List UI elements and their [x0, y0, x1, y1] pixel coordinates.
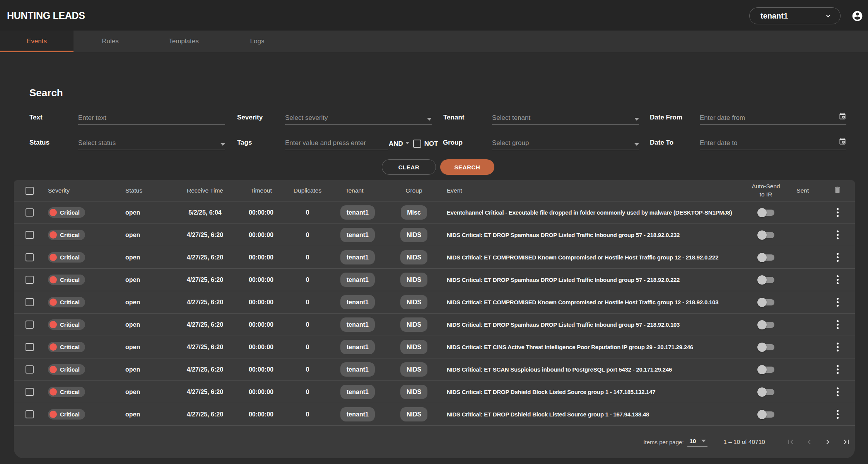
tenant-badge: tenant1 [340, 250, 375, 264]
date-from-label: Date From [650, 110, 682, 125]
dropdown-arrow-icon [220, 143, 225, 146]
first-page-button[interactable] [786, 437, 795, 447]
col-header-timeout: Timeout [236, 187, 286, 194]
row-menu-kebab-icon[interactable] [835, 363, 840, 375]
auto-send-to-ir-toggle[interactable] [757, 208, 774, 218]
select-all-checkbox[interactable] [26, 187, 34, 195]
row-menu-kebab-icon[interactable] [835, 408, 840, 420]
tab-templates[interactable]: Templates [147, 31, 220, 52]
duplicates-value: 0 [306, 254, 309, 261]
auto-send-to-ir-toggle[interactable] [757, 365, 774, 375]
date-to-input[interactable] [700, 139, 839, 147]
row-menu-kebab-icon[interactable] [835, 274, 840, 286]
tenant-selector[interactable]: tenant1 [749, 7, 841, 24]
items-per-page-select[interactable]: 10 [687, 438, 708, 447]
auto-send-to-ir-toggle[interactable] [757, 409, 774, 420]
tags-operator-select[interactable]: AND [389, 140, 409, 148]
calendar-clock-icon[interactable] [839, 113, 846, 122]
critical-dot-icon [50, 254, 57, 261]
critical-dot-icon [50, 388, 57, 396]
receive-time-value: 4/27/25, 6:20 [187, 344, 223, 351]
status-select-placeholder: Select status [78, 139, 116, 147]
row-checkbox[interactable] [26, 321, 34, 329]
previous-page-button[interactable] [805, 437, 814, 447]
tenant-badge: tenant1 [340, 340, 375, 354]
row-menu-kebab-icon[interactable] [835, 296, 840, 308]
auto-send-to-ir-toggle[interactable] [757, 230, 774, 240]
tenant-badge: tenant1 [340, 228, 375, 242]
severity-badge: Critical [48, 409, 85, 420]
event-text: NIDS Critical: ET DROP Spamhaus DROP Lis… [447, 321, 680, 328]
tenant-select-placeholder: Select tenant [492, 114, 530, 122]
row-checkbox[interactable] [26, 276, 34, 284]
row-menu-kebab-icon[interactable] [835, 386, 840, 398]
severity-label: Severity [237, 110, 263, 125]
tags-not-checkbox[interactable] [413, 140, 421, 148]
dropdown-arrow-icon [405, 142, 409, 144]
row-checkbox[interactable] [26, 298, 34, 306]
receive-time-value: 5/2/25, 6:04 [188, 209, 221, 216]
event-text: NIDS Critical: ET DROP Dshield Block Lis… [447, 389, 655, 395]
tab-rules[interactable]: Rules [73, 31, 147, 52]
text-label: Text [29, 110, 43, 125]
date-from-input[interactable] [700, 114, 839, 122]
row-menu-kebab-icon[interactable] [835, 229, 840, 241]
table-row: Critical open 5/2/25, 6:04 00:00:00 0 te… [14, 201, 855, 224]
event-text: NIDS Critical: ET COMPROMISED Known Comp… [447, 299, 718, 305]
severity-select[interactable]: Select severity [285, 110, 432, 125]
event-text: Eventchannel Critical - Executable file … [447, 209, 732, 216]
auto-send-to-ir-toggle[interactable] [757, 275, 774, 285]
timeout-value: 00:00:00 [249, 209, 273, 216]
status-value: open [125, 276, 140, 283]
pagination-bar: Items per page: 10 1 – 10 of 40710 [14, 426, 855, 458]
timeout-value: 00:00:00 [249, 254, 273, 261]
calendar-clock-icon[interactable] [839, 138, 846, 147]
row-checkbox[interactable] [26, 410, 34, 418]
auto-send-to-ir-toggle[interactable] [757, 320, 774, 330]
status-value: open [125, 321, 140, 328]
status-select[interactable]: Select status [78, 135, 225, 150]
tenant-badge: tenant1 [340, 205, 375, 220]
group-badge: NIDS [400, 273, 427, 287]
row-checkbox[interactable] [26, 208, 34, 217]
severity-badge: Critical [48, 275, 85, 285]
tab-events[interactable]: Events [0, 31, 73, 52]
row-checkbox[interactable] [26, 253, 34, 261]
table-row: Critical open 4/27/25, 6:20 00:00:00 0 t… [14, 381, 855, 403]
auto-send-to-ir-toggle[interactable] [757, 387, 774, 397]
table-row: Critical open 4/27/25, 6:20 00:00:00 0 t… [14, 269, 855, 291]
auto-send-to-ir-toggle[interactable] [757, 297, 774, 307]
row-menu-kebab-icon[interactable] [835, 251, 840, 263]
group-select[interactable]: Select group [492, 135, 639, 150]
dropdown-arrow-icon [634, 143, 639, 146]
auto-send-to-ir-toggle[interactable] [757, 342, 774, 352]
table-body: Critical open 5/2/25, 6:04 00:00:00 0 te… [14, 201, 855, 426]
last-page-button[interactable] [842, 437, 851, 447]
table-row: Critical open 4/27/25, 6:20 00:00:00 0 t… [14, 246, 855, 269]
severity-text: Critical [60, 299, 80, 305]
text-input[interactable] [78, 114, 225, 122]
group-badge: NIDS [400, 317, 427, 332]
row-menu-kebab-icon[interactable] [835, 341, 840, 353]
row-checkbox[interactable] [26, 231, 34, 239]
row-menu-kebab-icon[interactable] [835, 319, 840, 331]
col-header-duplicates: Duplicates [286, 187, 329, 194]
search-heading: Search [29, 87, 63, 99]
tab-logs[interactable]: Logs [220, 31, 294, 52]
clear-button[interactable]: CLEAR [382, 159, 436, 175]
tags-input[interactable] [285, 139, 388, 147]
group-badge: Misc [401, 205, 427, 220]
next-page-button[interactable] [823, 437, 832, 447]
tenant-select[interactable]: Select tenant [492, 110, 639, 125]
account-circle-icon[interactable] [851, 10, 863, 22]
auto-send-to-ir-toggle[interactable] [757, 252, 774, 263]
row-checkbox[interactable] [26, 388, 34, 396]
row-menu-kebab-icon[interactable] [835, 206, 840, 218]
severity-text: Critical [60, 366, 80, 373]
row-checkbox[interactable] [26, 343, 34, 351]
severity-badge: Critical [48, 230, 85, 240]
search-button[interactable]: SEARCH [440, 159, 494, 175]
receive-time-value: 4/27/25, 6:20 [187, 232, 223, 239]
row-checkbox[interactable] [26, 365, 34, 374]
delete-selected-trash-icon[interactable] [833, 186, 842, 196]
